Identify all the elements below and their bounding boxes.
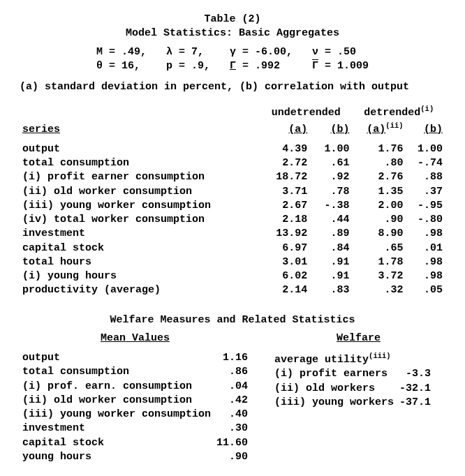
cell-da: 8.90 xyxy=(352,227,406,241)
cell-a: 3.71 xyxy=(260,185,310,199)
cell-b: .91 xyxy=(310,255,352,269)
cell-db: .98 xyxy=(406,227,445,241)
w-val-young: -37.1 xyxy=(397,396,434,410)
mv-value: .04 xyxy=(214,380,251,394)
parameters-block: M = .49, θ = 16, λ = 7, p = .9, γ = -6.0… xyxy=(20,45,445,74)
table-row: productivity (average)2.14.83.32.05 xyxy=(20,283,445,297)
cell-b: .89 xyxy=(310,227,352,241)
mv-label: (ii) old worker consumption xyxy=(20,394,214,408)
cell-a: 6.97 xyxy=(260,241,310,255)
statistics-table: undetrended detrended(i) series (a) (b) … xyxy=(20,104,445,297)
cell-da: 2.76 xyxy=(352,170,406,184)
w-val-profit: -3.3 xyxy=(397,367,434,381)
cell-db: -.74 xyxy=(406,156,445,170)
cell-da: 1.78 xyxy=(352,255,406,269)
cell-a: 4.39 xyxy=(260,142,310,156)
cell-db: .98 xyxy=(406,255,445,269)
table-number: Table (2) xyxy=(20,13,445,27)
series-label: capital stock xyxy=(20,241,260,255)
param-M: M = .49, xyxy=(96,45,147,59)
w-row-young: (iii) young workers xyxy=(272,396,397,410)
param-lambda: λ = 7, xyxy=(166,45,204,59)
table-row: investment13.92.898.90.98 xyxy=(20,227,445,241)
head-series: series xyxy=(20,121,260,137)
cell-a: 13.92 xyxy=(260,227,310,241)
cell-da: 3.72 xyxy=(352,269,406,283)
w-row-profit: (i) profit earners xyxy=(272,367,397,381)
table-row: capital stock11.60 xyxy=(20,436,251,450)
cell-a: 2.14 xyxy=(260,283,310,297)
table-row: (ii) old worker consumption.42 xyxy=(20,394,251,408)
mv-label: (iii) young worker consumption xyxy=(20,408,214,422)
w-row-old: (ii) old workers xyxy=(272,382,397,396)
cell-db: -.95 xyxy=(406,199,445,213)
mv-value: 11.60 xyxy=(214,436,251,450)
mv-label: total consumption xyxy=(20,365,214,379)
cell-a: 2.18 xyxy=(260,213,310,227)
mv-value: .86 xyxy=(214,365,251,379)
cell-b: 1.00 xyxy=(310,142,352,156)
mv-label: investment xyxy=(20,422,214,436)
welfare-table: average utility(iii) (i) profit earners-… xyxy=(272,351,434,410)
cell-da: .32 xyxy=(352,283,406,297)
series-label: total consumption xyxy=(20,156,260,170)
table-row: (i) young hours6.02.913.72.98 xyxy=(20,269,445,283)
cell-a: 18.72 xyxy=(260,170,310,184)
table-row: (i) profit earner consumption18.72.922.7… xyxy=(20,170,445,184)
head-undetrended: undetrended xyxy=(260,104,352,120)
param-Gamma-bar: Γ = 1.009 xyxy=(312,59,369,73)
cell-da: 1.35 xyxy=(352,185,406,199)
table-row: investment.30 xyxy=(20,422,251,436)
mean-values-table: output1.16total consumption.86(i) prof. … xyxy=(20,351,251,464)
table-row: capital stock6.97.84.65.01 xyxy=(20,241,445,255)
param-p: p = .9, xyxy=(166,59,210,73)
series-label: (ii) old worker consumption xyxy=(20,185,260,199)
table-row: (iii) young worker consumption2.67-.382.… xyxy=(20,199,445,213)
cell-da: .80 xyxy=(352,156,406,170)
cell-b: .61 xyxy=(310,156,352,170)
series-label: (i) young hours xyxy=(20,269,260,283)
table-row: output1.16 xyxy=(20,351,251,365)
cell-db: -.80 xyxy=(406,213,445,227)
mean-values-head: Mean Values xyxy=(20,332,251,345)
cell-db: 1.00 xyxy=(406,142,445,156)
param-Gamma-under: Γ = .992 xyxy=(230,59,280,73)
mv-label: output xyxy=(20,351,214,365)
series-label: total hours xyxy=(20,255,260,269)
cell-db: .98 xyxy=(406,269,445,283)
table-row: output4.391.001.761.00 xyxy=(20,142,445,156)
cell-b: .84 xyxy=(310,241,352,255)
cell-da: .65 xyxy=(352,241,406,255)
cell-b: .92 xyxy=(310,170,352,184)
cell-b: .91 xyxy=(310,269,352,283)
welfare-head: Welfare xyxy=(272,332,445,345)
cell-db: .37 xyxy=(406,185,445,199)
mv-label: capital stock xyxy=(20,436,214,450)
cell-da: 1.76 xyxy=(352,142,406,156)
cell-a: 6.02 xyxy=(260,269,310,283)
head-b: (b) xyxy=(310,121,352,137)
cell-a: 2.72 xyxy=(260,156,310,170)
cell-da: .90 xyxy=(352,213,406,227)
table-row: (ii) old worker consumption3.71.781.35.3… xyxy=(20,185,445,199)
series-label: output xyxy=(20,142,260,156)
table-row: total hours3.01.911.78.98 xyxy=(20,255,445,269)
table-row: total consumption.86 xyxy=(20,365,251,379)
cell-b: -.38 xyxy=(310,199,352,213)
cell-b: .83 xyxy=(310,283,352,297)
param-nu: ν = .50 xyxy=(312,45,356,59)
cell-db: .88 xyxy=(406,170,445,184)
cell-db: .05 xyxy=(406,283,445,297)
table-row: (iv) total worker consumption2.18.44.90-… xyxy=(20,213,445,227)
mv-value: .30 xyxy=(214,422,251,436)
cell-db: .01 xyxy=(406,241,445,255)
mv-label: young hours xyxy=(20,450,214,464)
cell-da: 2.00 xyxy=(352,199,406,213)
param-gamma: γ = -6.00, xyxy=(230,45,293,59)
mv-label: (i) prof. earn. consumption xyxy=(20,380,214,394)
w-val-old: -32.1 xyxy=(397,382,434,396)
head-detrended: detrended(i) xyxy=(352,104,445,120)
column-note: (a) standard deviation in percent, (b) c… xyxy=(20,80,445,94)
series-label: (iii) young worker consumption xyxy=(20,199,260,213)
table-title: Model Statistics: Basic Aggregates xyxy=(20,27,445,40)
